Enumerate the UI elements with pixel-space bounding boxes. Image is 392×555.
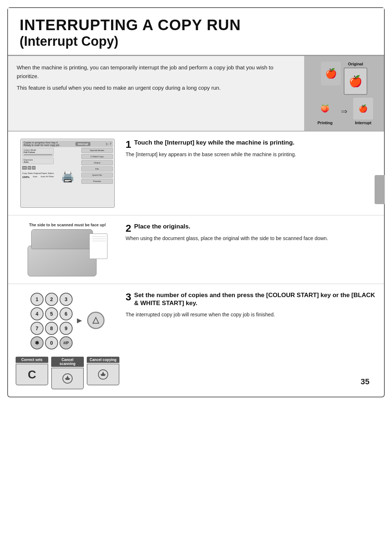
keypad-area: 1 2 3 4 5 6 7 8 9 ✱ 0 #/P (30, 291, 105, 349)
scanner-lid (31, 229, 93, 249)
paper-line3 (92, 241, 106, 241)
svg-marker-6 (101, 372, 105, 376)
arrow-right-icon: ▶ (77, 316, 82, 324)
step-1-heading: Touch the [Interrupt] key while the mach… (134, 139, 295, 147)
step-3-heading-row: 3 Set the number of copies and then pres… (126, 291, 375, 310)
svg-marker-3 (65, 376, 70, 380)
key-0[interactable]: 0 (45, 336, 58, 349)
steps-area: Copies in progress from tray 4. Ready to… (8, 131, 384, 397)
page-number: 35 (361, 377, 369, 386)
title-sub: (Interrupt Copy) (20, 33, 372, 49)
step-1-body: The [Interrupt] key appears in the base … (126, 150, 375, 158)
correct-sets-button[interactable]: Correct sets C (16, 357, 48, 389)
step-2-heading: Place the originals. (134, 223, 191, 231)
key-4[interactable]: 4 (30, 307, 44, 320)
step-3-right: 3 Set the number of copies and then pres… (126, 291, 375, 319)
screen-top-bar: Copies in progress from tray 4. Ready to… (22, 141, 113, 147)
correct-sets-label: Correct sets (16, 357, 48, 363)
step-2-left: The side to be scanned must be face up! (17, 223, 118, 276)
bottom-buttons: Correct sets C Cancel scanning (16, 357, 119, 389)
special-modes-btn[interactable]: Special Modes (81, 148, 113, 153)
scanner-paper (89, 234, 107, 259)
cancel-copying-label: Cancel copying (87, 357, 119, 363)
file-btn[interactable]: File (81, 166, 113, 171)
key-7[interactable]: 7 (30, 322, 44, 335)
intro-diagram: 🍎 Original 🍎 🍑 Printing ⇒ 🍎 In (304, 56, 384, 131)
screen-interrupt-btn[interactable]: Interrupt (75, 142, 90, 146)
preview-btn[interactable]: Preview (81, 179, 113, 184)
side-tab (375, 175, 385, 204)
cancel-scanning-label: Cancel scanning (51, 357, 84, 367)
key-8[interactable]: 8 (45, 322, 58, 335)
title-section: INTERRUPTING A COPY RUN (Interrupt Copy) (8, 8, 384, 56)
two-sided-btn[interactable]: 2-Sided Copy (81, 154, 113, 159)
output-btn[interactable]: Output (81, 160, 113, 165)
keypad: 1 2 3 4 5 6 7 8 9 ✱ 0 #/P (30, 293, 73, 349)
step-2-heading-row: 2 Place the originals. (126, 223, 375, 234)
key-6[interactable]: 6 (60, 307, 73, 320)
screen-mockup: Copies in progress from tray 4. Ready to… (20, 139, 115, 208)
step-3-row: 1 2 3 4 5 6 7 8 9 ✱ 0 #/P (8, 284, 384, 397)
intro-para1: When the machine is printing, you can te… (17, 63, 295, 81)
cancel-scanning-button[interactable]: Cancel scanning (51, 357, 84, 389)
title-main: INTERRUPTING A COPY RUN (20, 17, 372, 33)
intro-text: When the machine is printing, you can te… (8, 56, 304, 131)
key-5[interactable]: 5 (45, 307, 58, 320)
scanner-body (28, 246, 97, 276)
step-3-body: The interrupted copy job will resume whe… (126, 311, 375, 319)
step-2-right: 2 Place the originals. When using the do… (126, 223, 375, 242)
intro-para2: This feature is useful when you need to … (17, 84, 295, 92)
step-3-heading: Set the number of copies and then press … (134, 291, 375, 307)
key-9[interactable]: 9 (60, 322, 73, 335)
step-1-right: 1 Touch the [Interrupt] key while the ma… (126, 139, 375, 158)
intro-section: When the machine is printing, you can te… (8, 56, 384, 131)
printer-icon: 🖨️ (61, 170, 74, 183)
screen-left-panel: Colour Mode Full Colour Exposure Auto A#… (22, 148, 54, 204)
scanner-illustration (28, 229, 107, 276)
key-3[interactable]: 3 (60, 293, 73, 306)
correct-sets-icon: C (16, 364, 48, 385)
screen-right-panel: Special Modes 2-Sided Copy Output File Q… (81, 148, 113, 204)
face-up-label: The side to be scanned must be face up! (29, 223, 106, 227)
cancel-scanning-icon (51, 368, 84, 389)
colour-mode-row: Colour Mode Full Colour (22, 148, 54, 157)
step-1-row: Copies in progress from tray 4. Ready to… (8, 131, 384, 215)
interrupt-label: Interrupt (355, 121, 371, 125)
step-3-number: 3 (126, 291, 131, 303)
printing-label: Printing (318, 121, 333, 125)
cancel-copying-button[interactable]: Cancel copying (87, 357, 119, 389)
step-3-left: 1 2 3 4 5 6 7 8 9 ✱ 0 #/P (17, 291, 118, 389)
screen-center-panel: 🖨️ (55, 148, 80, 204)
start-area: ▶ (77, 312, 105, 329)
key-1[interactable]: 1 (30, 293, 44, 306)
step-2-body: When using the document glass, place the… (126, 234, 375, 242)
quick-file-btn[interactable]: Quick File (81, 173, 113, 178)
step-1-number: 1 (126, 139, 131, 150)
screen-body: Colour Mode Full Colour Exposure Auto A#… (22, 148, 113, 204)
step-1-heading-row: 1 Touch the [Interrupt] key while the ma… (126, 139, 375, 150)
screen-status1: Copies in progress from tray 4. (24, 141, 60, 144)
start-button[interactable] (87, 312, 105, 329)
keypad-grid: 1 2 3 4 5 6 7 8 9 ✱ 0 #/P (30, 291, 73, 349)
step-2-row: The side to be scanned must be face up! (8, 215, 384, 284)
screen-status2: Ready to scan for next copy job. (24, 144, 60, 146)
key-star[interactable]: ✱ (30, 336, 44, 349)
step-2-number: 2 (126, 223, 131, 234)
exposure-row: Exposure Auto (22, 158, 54, 164)
key-hash[interactable]: #/P (60, 336, 73, 349)
svg-marker-0 (93, 317, 99, 323)
key-2[interactable]: 2 (45, 293, 58, 306)
step-1-left: Copies in progress from tray 4. Ready to… (17, 139, 118, 208)
cancel-copying-icon (87, 364, 119, 385)
paper-line2 (92, 239, 106, 239)
original-label: Original (348, 62, 363, 66)
paper-line1 (92, 236, 106, 237)
